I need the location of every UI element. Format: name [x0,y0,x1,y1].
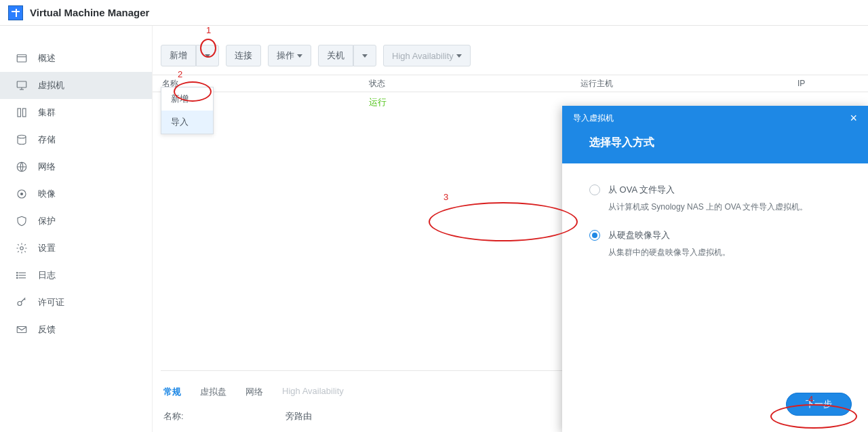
sidebar-item-label: 保护 [38,215,56,227]
overview-icon [15,52,28,65]
ha-button[interactable]: High Availability [383,45,471,66]
svg-point-16 [17,275,18,276]
next-button[interactable]: 下一步 [786,393,852,416]
sidebar: 概述 虚拟机 集群 存储 网络 映像 保护 设置 [0,26,153,432]
shutdown-dropdown-toggle[interactable] [353,45,376,66]
chevron-down-icon [297,54,302,58]
radio-desc-disk-image: 从集群中的硬盘映像导入虚拟机。 [608,247,841,258]
sidebar-item-license[interactable]: 许可证 [0,289,152,316]
svg-point-17 [17,277,18,279]
action-button[interactable]: 操作 [268,45,311,66]
app-title: Virtual Machine Manager [30,7,149,18]
col-header-state[interactable]: 状态 [369,78,580,90]
add-button[interactable]: 新增 [161,45,196,66]
tab-ha[interactable]: High Availability [282,386,344,398]
radio-icon [589,184,600,195]
sidebar-item-label: 集群 [38,106,56,119]
sidebar-item-label: 日志 [38,269,56,281]
dialog-subtitle: 选择导入方式 [573,130,857,163]
radio-option-ova[interactable]: 从 OVA 文件导入 [589,184,841,196]
chevron-down-icon [362,54,368,58]
chevron-down-icon [456,54,462,58]
dropdown-item-add[interactable]: 新增 [161,87,213,111]
list-icon [15,269,28,282]
dialog-title: 导入虚拟机 [573,113,614,124]
add-dropdown-toggle[interactable] [196,45,219,66]
mail-icon [15,323,28,336]
connect-button[interactable]: 连接 [226,45,261,66]
sidebar-item-cluster[interactable]: 集群 [0,99,152,126]
radio-label: 从 OVA 文件导入 [608,184,675,196]
vm-icon [15,79,28,92]
sidebar-item-label: 存储 [38,134,56,146]
gear-icon [15,241,28,255]
sidebar-item-label: 设置 [38,242,56,254]
key-icon [15,296,28,309]
main-area: 新增 连接 操作 关机 High Availability 新增 导入 名称 状… [153,26,868,432]
shutdown-button[interactable]: 关机 [318,45,353,66]
col-header-ip[interactable]: IP [797,79,868,88]
app-logo-icon [8,5,23,20]
sidebar-item-label: 概述 [38,52,56,64]
radio-icon [589,230,600,241]
svg-rect-19 [17,327,26,333]
svg-rect-0 [17,55,26,62]
sidebar-item-label: 网络 [38,161,56,173]
sidebar-item-label: 映像 [38,188,56,200]
svg-point-11 [20,247,24,250]
cell-state: 运行 [369,96,580,109]
svg-rect-6 [23,109,26,117]
sidebar-item-logs[interactable]: 日志 [0,262,152,289]
cluster-icon [15,106,28,119]
sidebar-item-protection[interactable]: 保护 [0,208,152,235]
radio-label: 从硬盘映像导入 [608,229,670,241]
sidebar-item-feedback[interactable]: 反馈 [0,316,152,343]
tab-general[interactable]: 常规 [163,386,181,398]
network-icon [15,160,28,174]
sidebar-item-network[interactable]: 网络 [0,153,152,180]
close-icon[interactable]: × [850,111,857,125]
detail-name-value: 旁路由 [285,410,312,423]
tab-network[interactable]: 网络 [245,386,263,398]
radio-option-disk-image[interactable]: 从硬盘映像导入 [589,229,841,241]
tab-vdisk[interactable]: 虚拟盘 [200,386,226,398]
svg-point-15 [17,273,18,274]
col-header-host[interactable]: 运行主机 [580,78,797,90]
sidebar-item-settings[interactable]: 设置 [0,235,152,262]
add-dropdown-menu: 新增 导入 [161,87,214,134]
sidebar-item-vm[interactable]: 虚拟机 [0,72,152,99]
radio-desc-ova: 从计算机或 Synology NAS 上的 OVA 文件导入虚拟机。 [608,201,841,213]
sidebar-item-label: 反馈 [38,323,56,336]
svg-point-7 [18,135,26,138]
sidebar-item-label: 许可证 [38,296,64,309]
svg-rect-2 [17,81,26,87]
sidebar-item-storage[interactable]: 存储 [0,126,152,153]
toolbar: 新增 连接 操作 关机 High Availability [153,26,868,66]
sidebar-item-label: 虚拟机 [38,79,64,92]
dropdown-item-import[interactable]: 导入 [161,111,213,134]
svg-rect-5 [18,109,21,117]
sidebar-item-image[interactable]: 映像 [0,180,152,208]
import-vm-dialog: 导入虚拟机 × 选择导入方式 从 OVA 文件导入 从计算机或 Synology… [562,106,868,432]
chevron-down-icon [205,54,210,58]
image-icon [15,187,28,201]
storage-icon [15,133,28,146]
detail-name-label: 名称: [163,410,285,423]
vm-table-header: 名称 状态 运行主机 IP [153,75,868,92]
sidebar-item-overview[interactable]: 概述 [0,45,152,72]
svg-point-18 [18,302,22,306]
svg-point-10 [21,193,23,195]
shield-icon [15,214,28,228]
